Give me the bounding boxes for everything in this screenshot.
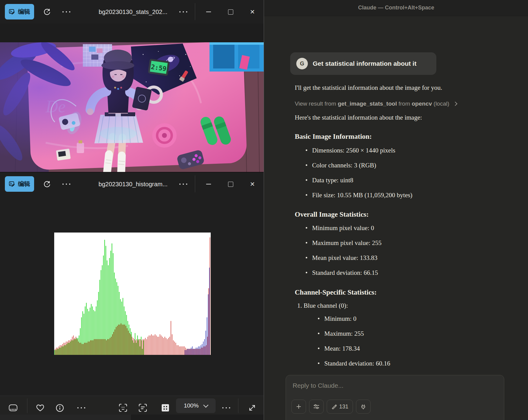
stats-titlebar: 编辑 bg20230130_stats_202... ✕ (0, 0, 264, 24)
tool-name: get_image_stats_tool (338, 100, 397, 107)
list-item: Minimum: 0 (318, 315, 357, 323)
divider (195, 175, 195, 192)
divider (238, 398, 238, 413)
section-heading: Basic Image Information: (295, 133, 372, 141)
chevron-right-icon (453, 102, 457, 106)
more-icon[interactable] (177, 172, 189, 196)
edit-button[interactable]: 编辑 (5, 176, 34, 192)
maximize-button[interactable] (224, 0, 237, 24)
list-item: Minimum pixel value: 0 (306, 224, 374, 232)
list-item: File size: 10.55 MB (11,059,200 bytes) (306, 191, 412, 199)
claude-header: Claude — Control+Alt+Space (264, 0, 528, 16)
add-attachment-button[interactable] (291, 400, 306, 414)
rotate-icon[interactable] (41, 0, 53, 24)
reply-placeholder: Reply to Claude... (293, 382, 343, 389)
section-heading: Overall Image Statistics: (295, 211, 369, 219)
histogram-window-title: bg20230130_histogram... (86, 172, 180, 196)
divider (27, 398, 27, 413)
minimize-button[interactable] (202, 172, 215, 196)
result-intro-text: Here's the statistical information about… (295, 114, 422, 121)
tools-settings-button[interactable] (309, 400, 324, 414)
desktop: 编辑 bg20230130_stats_202... ✕ (0, 0, 528, 420)
photo-viewer-histogram-window: 编辑 bg20230130_histogram... ✕ (0, 172, 264, 420)
photo-viewer-stats-window: 编辑 bg20230130_stats_202... ✕ (0, 0, 264, 172)
histogram-titlebar: 编辑 bg20230130_histogram... ✕ (0, 172, 264, 196)
list-item: Mean pixel value: 133.83 (306, 254, 378, 262)
connector-button[interactable] (356, 400, 371, 414)
list-item: Standard deviation: 66.15 (306, 269, 378, 277)
list-item: Mean: 178.34 (318, 345, 360, 352)
context-counter-button[interactable]: 131 (327, 400, 353, 414)
maximize-button[interactable] (224, 172, 237, 196)
list-item: Dimensions: 2560 × 1440 pixels (306, 147, 395, 154)
plus-icon (296, 404, 302, 410)
user-avatar: G (296, 58, 308, 69)
sliders-icon (313, 404, 320, 410)
claude-panel: Claude — Control+Alt+Space G Get statist… (264, 0, 528, 420)
zoom-control[interactable]: 100% (176, 398, 216, 413)
context-counter: 131 (339, 404, 348, 410)
user-message-text: Get statistical information about it (313, 52, 417, 75)
chevron-down-icon (203, 402, 209, 408)
edit-button-label: 编辑 (18, 8, 30, 16)
user-message-bubble: G Get statistical information about it (290, 52, 436, 75)
list-item: Color channels: 3 (RGB) (306, 162, 376, 169)
tool-result-link[interactable]: View result from get_image_stats_tool fr… (295, 100, 457, 107)
stats-window-title: bg20230130_stats_202... (86, 0, 180, 24)
more-icon[interactable] (60, 0, 72, 24)
minimize-button[interactable] (202, 0, 215, 24)
photo-artwork: 2:59 (0, 42, 264, 172)
edit-image-icon (9, 181, 16, 187)
taskbar-strip (0, 415, 131, 420)
section-heading: Channel-Specific Statistics: (295, 289, 377, 296)
pen-icon (331, 404, 337, 409)
more-icon[interactable] (177, 0, 189, 24)
more-icon[interactable] (60, 172, 72, 196)
assistant-intro-text: I'll get the statistical information abo… (295, 84, 442, 92)
rotate-icon[interactable] (41, 172, 53, 196)
close-button[interactable]: ✕ (246, 172, 259, 196)
plug-icon (360, 404, 366, 410)
numbered-item: 1. Blue channel (0): (297, 302, 348, 310)
edit-button[interactable]: 编辑 (5, 4, 34, 19)
edit-image-icon (9, 9, 16, 15)
close-button[interactable]: ✕ (246, 0, 259, 24)
edit-button-label: 编辑 (18, 180, 30, 188)
list-item: Maximum: 255 (318, 330, 364, 338)
tool-source: opencv (412, 100, 432, 107)
list-item: Data type: uint8 (306, 177, 353, 184)
list-item: Standard deviation: 60.16 (318, 360, 390, 367)
list-item: Maximum pixel value: 255 (306, 239, 382, 247)
taskbar-strip (131, 415, 264, 420)
reply-input[interactable]: Reply to Claude... 131 (286, 375, 504, 420)
claude-window-title: Claude — Control+Alt+Space (264, 0, 528, 15)
divider (195, 3, 195, 20)
zoom-level: 100% (184, 402, 199, 409)
histogram-image (54, 233, 211, 355)
